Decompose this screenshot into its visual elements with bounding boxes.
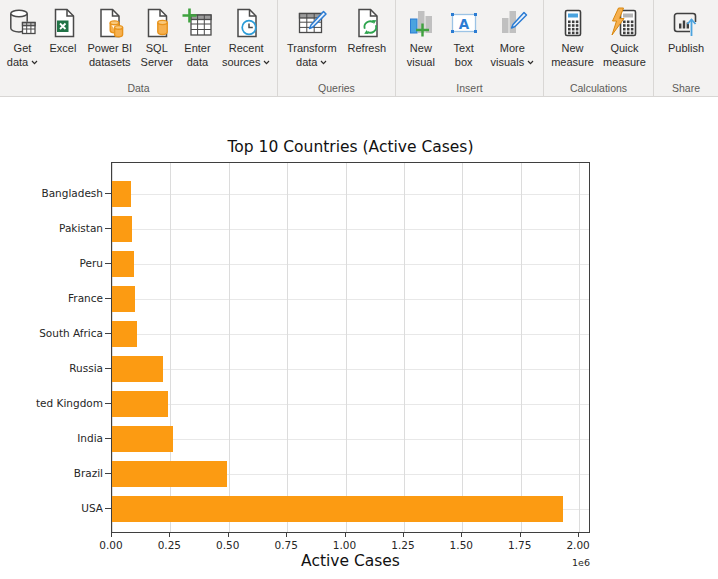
ribbon-item-text-box[interactable]: A Textbox	[446, 6, 482, 70]
ribbon-item-recent-sources[interactable]: Recentsources	[220, 6, 273, 70]
ribbon-group-label-calculations: Calculations	[544, 82, 653, 94]
y-tick-mark	[105, 438, 111, 439]
y-tick-mark	[105, 403, 111, 404]
ribbon-item-transform-data[interactable]: Transformdata	[285, 6, 339, 70]
ribbon-item-label: Recentsources	[222, 42, 271, 69]
ribbon-item-label: Excel	[50, 42, 77, 56]
y-tick-mark	[105, 473, 111, 474]
ribbon-item-new-visual[interactable]: Newvisual	[403, 6, 439, 70]
x-tick-label: 1.75	[498, 539, 542, 551]
ribbon-item-label: Getdata	[7, 42, 38, 69]
bar-ted-kingdom	[112, 391, 168, 417]
x-tick-label: 0.50	[206, 539, 250, 551]
ribbon-item-refresh[interactable]: Refresh	[346, 6, 389, 57]
x-tick-mark	[403, 533, 404, 537]
x-tick-label: 1.00	[323, 539, 367, 551]
chart-figure[interactable]: Top 10 Countries (Active Cases) Active C…	[0, 110, 718, 579]
ribbon-group-data: Getdata Excel Power BIdatasets SQLServer…	[0, 0, 278, 96]
x-tick-label: 2.00	[556, 539, 600, 551]
ribbon: Getdata Excel Power BIdatasets SQLServer…	[0, 0, 718, 97]
x-tick-mark	[228, 533, 229, 537]
y-tick-label-usa: USA	[0, 501, 103, 516]
get-data-icon	[6, 7, 38, 39]
ribbon-item-label: Textbox	[454, 42, 474, 69]
quick-measure-icon	[608, 7, 640, 39]
transform-data-icon	[296, 7, 328, 39]
ribbon-group-label-queries: Queries	[278, 82, 395, 94]
ribbon-item-new-measure[interactable]: Newmeasure	[549, 6, 596, 70]
ribbon-item-publish[interactable]: Publish	[666, 6, 706, 57]
vertical-gridline	[287, 163, 288, 532]
y-tick-label-brazil: Brazil	[0, 466, 103, 481]
horizontal-gridline	[112, 299, 589, 300]
ribbon-item-label: Newvisual	[407, 42, 435, 69]
ribbon-item-label: Publish	[668, 42, 704, 56]
more-visuals-icon	[496, 7, 528, 39]
bar-russia	[112, 356, 163, 382]
x-tick-mark	[286, 533, 287, 537]
svg-text:A: A	[458, 16, 469, 32]
x-tick-mark	[345, 533, 346, 537]
new-measure-icon	[557, 7, 589, 39]
vertical-gridline	[521, 163, 522, 532]
sql-server-icon	[141, 7, 173, 39]
x-tick-label: 1.50	[439, 539, 483, 551]
y-tick-mark	[105, 193, 111, 194]
bar-peru	[112, 251, 134, 277]
ribbon-item-sql-server[interactable]: SQLServer	[139, 6, 175, 70]
y-tick-label-russia: Russia	[0, 361, 103, 376]
x-tick-mark	[461, 533, 462, 537]
y-tick-label-peru: Peru	[0, 256, 103, 271]
y-tick-label-bangladesh: Bangladesh	[0, 186, 103, 201]
bar-usa	[112, 496, 563, 522]
x-tick-mark	[578, 533, 579, 537]
horizontal-gridline	[112, 229, 589, 230]
horizontal-gridline	[112, 369, 589, 370]
x-tick-mark	[520, 533, 521, 537]
ribbon-item-excel[interactable]: Excel	[45, 6, 81, 57]
x-tick-mark	[111, 533, 112, 537]
ribbon-group-insert: Newvisual A Textbox MorevisualsInsert	[396, 0, 544, 96]
x-tick-label: 1.25	[381, 539, 425, 551]
ribbon-item-label: Enterdata	[184, 42, 210, 69]
bar-south-africa	[112, 321, 137, 347]
recent-sources-icon	[230, 7, 262, 39]
ribbon-item-more-visuals[interactable]: Morevisuals	[489, 6, 537, 70]
horizontal-gridline	[112, 404, 589, 405]
ribbon-group-label-share: Share	[654, 82, 718, 94]
ribbon-item-quick-measure[interactable]: Quickmeasure	[601, 6, 648, 70]
ribbon-item-label: Refresh	[348, 42, 387, 56]
ribbon-item-label: Transformdata	[287, 42, 337, 69]
y-tick-mark	[105, 298, 111, 299]
vertical-gridline	[229, 163, 230, 532]
ribbon-item-get-data[interactable]: Getdata	[4, 6, 40, 70]
horizontal-gridline	[112, 334, 589, 335]
x-tick-mark	[169, 533, 170, 537]
y-tick-mark	[105, 333, 111, 334]
ribbon-group-label-insert: Insert	[396, 82, 543, 94]
y-tick-label-south-africa: South Africa	[0, 326, 103, 341]
new-visual-icon	[405, 7, 437, 39]
y-tick-mark	[105, 228, 111, 229]
ribbon-group-label-data: Data	[0, 82, 277, 94]
x-tick-label: 0.75	[264, 539, 308, 551]
power-bi-datasets-icon	[94, 7, 126, 39]
refresh-icon	[351, 7, 383, 39]
y-tick-mark	[105, 263, 111, 264]
bar-pakistan	[112, 216, 132, 242]
x-axis-label: Active Cases	[111, 552, 590, 570]
bar-france	[112, 286, 135, 312]
ribbon-group-queries: Transformdata RefreshQueries	[278, 0, 396, 96]
horizontal-gridline	[112, 264, 589, 265]
bar-india	[112, 426, 173, 452]
y-tick-label-ted-kingdom: ted Kingdom	[0, 396, 103, 411]
y-tick-label-india: India	[0, 431, 103, 446]
enter-data-icon	[181, 7, 213, 39]
y-tick-label-pakistan: Pakistan	[0, 221, 103, 236]
ribbon-item-enter-data[interactable]: Enterdata	[179, 6, 215, 70]
publish-icon	[670, 7, 702, 39]
horizontal-gridline	[112, 439, 589, 440]
y-tick-label-france: France	[0, 291, 103, 306]
ribbon-item-power-bi-datasets[interactable]: Power BIdatasets	[85, 6, 134, 70]
vertical-gridline	[579, 163, 580, 532]
